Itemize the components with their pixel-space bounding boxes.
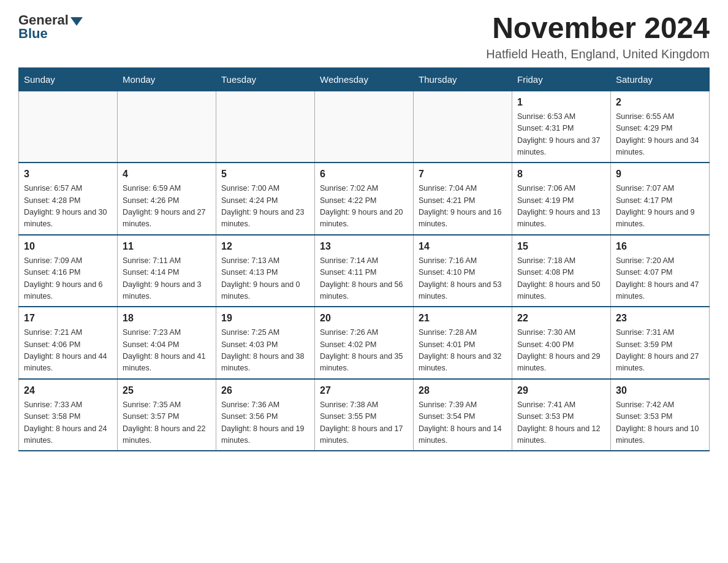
- day-number: 14: [419, 239, 507, 254]
- calendar-cell: 5Sunrise: 7:00 AM Sunset: 4:24 PM Daylig…: [216, 163, 315, 235]
- sun-info: Sunrise: 6:55 AM Sunset: 4:29 PM Dayligh…: [616, 111, 704, 159]
- day-number: 4: [123, 167, 211, 182]
- col-sunday: Sunday: [19, 67, 118, 91]
- day-number: 10: [24, 239, 112, 254]
- calendar-cell: 28Sunrise: 7:39 AM Sunset: 3:54 PM Dayli…: [414, 379, 512, 451]
- col-thursday: Thursday: [414, 67, 512, 91]
- sun-info: Sunrise: 7:11 AM Sunset: 4:14 PM Dayligh…: [123, 255, 211, 303]
- calendar-cell: 27Sunrise: 7:38 AM Sunset: 3:55 PM Dayli…: [315, 379, 414, 451]
- calendar-cell: 21Sunrise: 7:28 AM Sunset: 4:01 PM Dayli…: [414, 307, 512, 379]
- sun-info: Sunrise: 7:14 AM Sunset: 4:11 PM Dayligh…: [320, 255, 408, 303]
- sun-info: Sunrise: 7:33 AM Sunset: 3:58 PM Dayligh…: [24, 399, 112, 447]
- day-number: 7: [419, 167, 507, 182]
- calendar-week-1: 1Sunrise: 6:53 AM Sunset: 4:31 PM Daylig…: [19, 91, 710, 163]
- sun-info: Sunrise: 7:09 AM Sunset: 4:16 PM Dayligh…: [24, 255, 112, 303]
- calendar-cell: 17Sunrise: 7:21 AM Sunset: 4:06 PM Dayli…: [19, 307, 118, 379]
- sun-info: Sunrise: 6:59 AM Sunset: 4:26 PM Dayligh…: [123, 183, 211, 231]
- sun-info: Sunrise: 7:04 AM Sunset: 4:21 PM Dayligh…: [419, 183, 507, 231]
- col-saturday: Saturday: [611, 67, 710, 91]
- day-number: 17: [24, 311, 112, 326]
- day-number: 3: [24, 167, 112, 182]
- sun-info: Sunrise: 7:26 AM Sunset: 4:02 PM Dayligh…: [320, 327, 408, 375]
- day-number: 16: [616, 239, 704, 254]
- calendar-cell: 11Sunrise: 7:11 AM Sunset: 4:14 PM Dayli…: [118, 235, 216, 307]
- calendar-cell: 18Sunrise: 7:23 AM Sunset: 4:04 PM Dayli…: [118, 307, 216, 379]
- sun-info: Sunrise: 7:07 AM Sunset: 4:17 PM Dayligh…: [616, 183, 704, 231]
- calendar-cell: 20Sunrise: 7:26 AM Sunset: 4:02 PM Dayli…: [315, 307, 414, 379]
- day-number: 11: [123, 239, 211, 254]
- day-number: 20: [320, 311, 408, 326]
- day-number: 21: [419, 311, 507, 326]
- calendar-header: Sunday Monday Tuesday Wednesday Thursday…: [19, 67, 710, 91]
- day-number: 26: [221, 383, 309, 398]
- calendar-cell: 19Sunrise: 7:25 AM Sunset: 4:03 PM Dayli…: [216, 307, 315, 379]
- day-number: 25: [123, 383, 211, 398]
- calendar-cell: 9Sunrise: 7:07 AM Sunset: 4:17 PM Daylig…: [611, 163, 710, 235]
- calendar-table: Sunday Monday Tuesday Wednesday Thursday…: [18, 67, 710, 452]
- sun-info: Sunrise: 7:41 AM Sunset: 3:53 PM Dayligh…: [517, 399, 605, 447]
- sun-info: Sunrise: 7:28 AM Sunset: 4:01 PM Dayligh…: [419, 327, 507, 375]
- title-section: November 2024 Hatfield Heath, England, U…: [486, 12, 710, 61]
- col-tuesday: Tuesday: [216, 67, 315, 91]
- month-title: November 2024: [486, 12, 710, 45]
- calendar-week-5: 24Sunrise: 7:33 AM Sunset: 3:58 PM Dayli…: [19, 379, 710, 451]
- logo-arrow-icon: [70, 17, 83, 26]
- sun-info: Sunrise: 7:20 AM Sunset: 4:07 PM Dayligh…: [616, 255, 704, 303]
- sun-info: Sunrise: 6:57 AM Sunset: 4:28 PM Dayligh…: [24, 183, 112, 231]
- col-monday: Monday: [118, 67, 216, 91]
- day-number: 22: [517, 311, 605, 326]
- calendar-cell: 4Sunrise: 6:59 AM Sunset: 4:26 PM Daylig…: [118, 163, 216, 235]
- sun-info: Sunrise: 7:00 AM Sunset: 4:24 PM Dayligh…: [221, 183, 309, 231]
- day-number: 23: [616, 311, 704, 326]
- calendar-cell: 13Sunrise: 7:14 AM Sunset: 4:11 PM Dayli…: [315, 235, 414, 307]
- calendar-cell: [315, 91, 414, 163]
- calendar-cell: 15Sunrise: 7:18 AM Sunset: 4:08 PM Dayli…: [512, 235, 611, 307]
- calendar-cell: 14Sunrise: 7:16 AM Sunset: 4:10 PM Dayli…: [414, 235, 512, 307]
- calendar-cell: 29Sunrise: 7:41 AM Sunset: 3:53 PM Dayli…: [512, 379, 611, 451]
- location-subtitle: Hatfield Heath, England, United Kingdom: [486, 47, 710, 61]
- day-number: 18: [123, 311, 211, 326]
- calendar-cell: 26Sunrise: 7:36 AM Sunset: 3:56 PM Dayli…: [216, 379, 315, 451]
- calendar-cell: 12Sunrise: 7:13 AM Sunset: 4:13 PM Dayli…: [216, 235, 315, 307]
- sun-info: Sunrise: 7:02 AM Sunset: 4:22 PM Dayligh…: [320, 183, 408, 231]
- calendar-week-2: 3Sunrise: 6:57 AM Sunset: 4:28 PM Daylig…: [19, 163, 710, 235]
- calendar-cell: 7Sunrise: 7:04 AM Sunset: 4:21 PM Daylig…: [414, 163, 512, 235]
- sun-info: Sunrise: 7:06 AM Sunset: 4:19 PM Dayligh…: [517, 183, 605, 231]
- day-number: 24: [24, 383, 112, 398]
- day-number: 8: [517, 167, 605, 182]
- calendar-cell: 1Sunrise: 6:53 AM Sunset: 4:31 PM Daylig…: [512, 91, 611, 163]
- day-number: 27: [320, 383, 408, 398]
- sun-info: Sunrise: 7:31 AM Sunset: 3:59 PM Dayligh…: [616, 327, 704, 375]
- col-friday: Friday: [512, 67, 611, 91]
- calendar-cell: 16Sunrise: 7:20 AM Sunset: 4:07 PM Dayli…: [611, 235, 710, 307]
- sun-info: Sunrise: 7:38 AM Sunset: 3:55 PM Dayligh…: [320, 399, 408, 447]
- calendar-cell: [216, 91, 315, 163]
- calendar-cell: 30Sunrise: 7:42 AM Sunset: 3:53 PM Dayli…: [611, 379, 710, 451]
- calendar-cell: 6Sunrise: 7:02 AM Sunset: 4:22 PM Daylig…: [315, 163, 414, 235]
- sun-info: Sunrise: 7:21 AM Sunset: 4:06 PM Dayligh…: [24, 327, 112, 375]
- day-number: 2: [616, 95, 704, 110]
- day-number: 29: [517, 383, 605, 398]
- calendar-cell: [19, 91, 118, 163]
- sun-info: Sunrise: 6:53 AM Sunset: 4:31 PM Dayligh…: [517, 111, 605, 159]
- calendar-cell: 8Sunrise: 7:06 AM Sunset: 4:19 PM Daylig…: [512, 163, 611, 235]
- col-wednesday: Wednesday: [315, 67, 414, 91]
- calendar-body: 1Sunrise: 6:53 AM Sunset: 4:31 PM Daylig…: [19, 91, 710, 451]
- sun-info: Sunrise: 7:39 AM Sunset: 3:54 PM Dayligh…: [419, 399, 507, 447]
- day-number: 1: [517, 95, 605, 110]
- sun-info: Sunrise: 7:18 AM Sunset: 4:08 PM Dayligh…: [517, 255, 605, 303]
- calendar-cell: 22Sunrise: 7:30 AM Sunset: 4:00 PM Dayli…: [512, 307, 611, 379]
- page-header: General Blue November 2024 Hatfield Heat…: [18, 12, 710, 61]
- day-number: 30: [616, 383, 704, 398]
- calendar-cell: [118, 91, 216, 163]
- day-number: 6: [320, 167, 408, 182]
- sun-info: Sunrise: 7:42 AM Sunset: 3:53 PM Dayligh…: [616, 399, 704, 447]
- calendar-cell: 10Sunrise: 7:09 AM Sunset: 4:16 PM Dayli…: [19, 235, 118, 307]
- calendar-cell: [414, 91, 512, 163]
- calendar-cell: 23Sunrise: 7:31 AM Sunset: 3:59 PM Dayli…: [611, 307, 710, 379]
- header-row: Sunday Monday Tuesday Wednesday Thursday…: [19, 67, 710, 91]
- day-number: 15: [517, 239, 605, 254]
- logo: General Blue: [18, 12, 83, 42]
- sun-info: Sunrise: 7:25 AM Sunset: 4:03 PM Dayligh…: [221, 327, 309, 375]
- sun-info: Sunrise: 7:23 AM Sunset: 4:04 PM Dayligh…: [123, 327, 211, 375]
